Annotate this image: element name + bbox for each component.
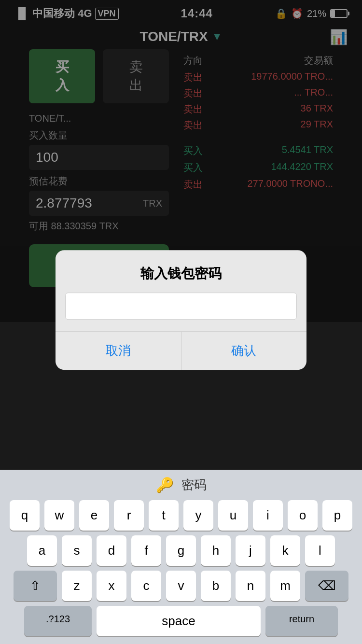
dialog-input-wrapper [56,293,306,331]
password-input[interactable] [65,293,297,320]
key-n[interactable]: n [236,571,265,601]
key-f[interactable]: f [131,535,161,566]
key-x[interactable]: x [97,571,126,601]
key-y[interactable]: y [183,500,213,531]
key-j[interactable]: j [236,535,265,566]
keyboard-rows: q w e r t y u i o p a s d f g h j k l ⇧ … [0,498,362,644]
return-key[interactable]: return [265,606,338,636]
key-z[interactable]: z [62,571,92,601]
key-p[interactable]: p [322,500,352,531]
key-o[interactable]: o [288,500,318,531]
key-v[interactable]: v [166,571,196,601]
key-q[interactable]: q [10,500,40,531]
cancel-button[interactable]: 取消 [56,332,181,370]
key-a[interactable]: a [27,535,57,566]
key-w[interactable]: w [44,500,74,531]
key-l[interactable]: l [305,535,335,566]
confirm-button[interactable]: 确认 [181,332,307,370]
keyboard-hint: 🔑 密码 [0,470,362,498]
num-sym-key[interactable]: .?123 [24,606,92,636]
shift-key[interactable]: ⇧ [14,571,57,601]
key-e[interactable]: e [79,500,109,531]
key-h[interactable]: h [201,535,231,566]
key-row-4: .?123 space return [3,606,359,636]
backspace-key[interactable]: ⌫ [305,571,348,601]
key-s[interactable]: s [62,535,92,566]
key-row-2: a s d f g h j k l [3,535,359,566]
key-k[interactable]: k [270,535,300,566]
keyboard: 🔑 密码 q w e r t y u i o p a s d f g h j k… [0,470,362,644]
key-icon: 🔑 [156,476,174,493]
key-i[interactable]: i [253,500,283,531]
dialog-title: 输入钱包密码 [56,250,306,293]
key-b[interactable]: b [201,571,231,601]
key-d[interactable]: d [97,535,126,566]
key-m[interactable]: m [270,571,300,601]
key-g[interactable]: g [166,535,196,566]
dialog-buttons: 取消 确认 [56,331,306,370]
key-row-3: ⇧ z x c v b n m ⌫ [3,571,359,601]
password-dialog: 输入钱包密码 取消 确认 [56,250,306,370]
key-r[interactable]: r [114,500,144,531]
key-row-1: q w e r t y u i o p [3,500,359,531]
space-key[interactable]: space [97,606,261,636]
keyboard-hint-text: 密码 [181,476,207,493]
key-c[interactable]: c [131,571,161,601]
key-t[interactable]: t [149,500,179,531]
key-u[interactable]: u [218,500,248,531]
